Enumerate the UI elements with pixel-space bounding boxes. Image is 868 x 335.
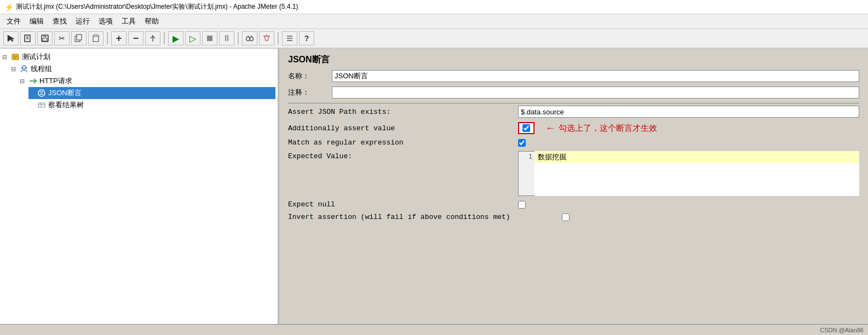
- toolbar-paste-button[interactable]: [88, 31, 104, 45]
- assert-path-input[interactable]: [518, 106, 859, 118]
- name-input[interactable]: [332, 70, 859, 82]
- menu-bar: 文件 编辑 查找 运行 选项 工具 帮助: [0, 14, 868, 29]
- expected-value-text: 数据挖掘: [538, 152, 566, 162]
- svg-rect-6: [43, 35, 47, 37]
- svg-marker-18: [265, 36, 269, 41]
- svg-rect-11: [94, 34, 97, 37]
- toolbar-run-nopause-button[interactable]: ▷: [185, 31, 200, 45]
- menu-options[interactable]: 选项: [94, 15, 117, 27]
- assert-path-row: Assert JSON Path exists:: [288, 106, 859, 118]
- assert-path-label: Assert JSON Path exists:: [288, 108, 518, 116]
- expected-value-inner: 1 数据挖掘: [518, 151, 859, 196]
- match-regex-checkbox[interactable]: [518, 139, 526, 147]
- menu-edit[interactable]: 编辑: [25, 15, 48, 27]
- svg-point-29: [21, 67, 23, 69]
- comment-label: 注释：: [288, 88, 332, 97]
- left-panel: ⊟ 测试计划 ⊟ 线程组 ⊟ HTTP请求 JSON断言 察看结果树: [0, 49, 279, 334]
- expected-row-1: 数据挖掘: [534, 151, 859, 163]
- additionally-row: Additionally assert value ← 勾选上了，这个断言才生效: [288, 122, 859, 134]
- toolbar-binoculars-button[interactable]: [242, 31, 257, 45]
- additionally-checkbox-wrapper: [518, 122, 534, 134]
- match-regex-label: Match as regular expression: [288, 138, 518, 147]
- tree-item-plan[interactable]: ⊟ 测试计划: [2, 51, 275, 63]
- name-label: 名称：: [288, 71, 332, 81]
- toolbar-sep-3: [238, 32, 239, 44]
- expect-null-label: Expect null: [288, 200, 518, 209]
- toolbar-copy-button[interactable]: [71, 31, 87, 45]
- annotation-text: 勾选上了，这个断言才生效: [559, 123, 657, 134]
- expected-textarea-outer: 数据挖掘: [534, 151, 859, 196]
- invert-checkbox[interactable]: [562, 213, 570, 221]
- result-icon: [37, 101, 46, 109]
- tree-item-resulttree[interactable]: 察看结果树: [28, 99, 275, 111]
- toolbar-shutdown-button[interactable]: ⏸: [219, 31, 234, 45]
- invert-checkbox-wrapper: [562, 213, 570, 221]
- expected-line-numbers: 1: [518, 151, 534, 196]
- svg-rect-9: [77, 34, 82, 40]
- tree-item-threadgroup[interactable]: ⊟ 线程组: [11, 63, 275, 75]
- toolbar-save-button[interactable]: [37, 31, 53, 45]
- toolbar-cut-button[interactable]: ✂: [54, 31, 70, 45]
- invert-label: Invert assertion (will fail if above con…: [288, 213, 562, 221]
- toolbar-new-button[interactable]: [20, 31, 36, 45]
- svg-point-30: [26, 67, 27, 69]
- match-regex-row: Match as regular expression: [288, 138, 859, 147]
- tree-item-json-label: JSON断言: [48, 88, 82, 98]
- menu-help[interactable]: 帮助: [140, 15, 163, 27]
- toolbar-select-button[interactable]: [3, 31, 19, 45]
- expected-value-container: 1 数据挖掘: [518, 151, 859, 196]
- tree-item-plan-label: 测试计划: [22, 52, 50, 62]
- additionally-label: Additionally assert value: [288, 124, 518, 132]
- tree-item-http[interactable]: ⊟ HTTP请求: [20, 75, 275, 87]
- toolbar-remove-button[interactable]: −: [128, 31, 143, 45]
- toolbar-sep-4: [278, 32, 279, 44]
- http-icon: [28, 77, 37, 85]
- toolbar-sep-2: [164, 32, 165, 44]
- divider-1: [288, 103, 859, 103]
- menu-run[interactable]: 运行: [71, 15, 94, 27]
- title-icon: ⚡: [4, 3, 14, 11]
- toolbar-run-button[interactable]: ▶: [168, 31, 183, 45]
- toolbar-help-button[interactable]: ?: [299, 31, 314, 45]
- json-icon: [37, 89, 46, 97]
- expected-value-area: Expected Value: 1 数据挖掘: [288, 151, 859, 196]
- tree-item-http-label: HTTP请求: [39, 76, 72, 86]
- svg-marker-0: [8, 35, 14, 42]
- menu-tools[interactable]: 工具: [117, 15, 140, 27]
- toolbar-add-button[interactable]: +: [111, 31, 127, 45]
- title-text: 测试计划.jmx (C:\Users\Administrator\Desktop…: [16, 2, 298, 11]
- expected-label: Expected Value:: [288, 151, 518, 160]
- expand-icon-http: ⊟: [20, 78, 26, 85]
- toolbar-stop-button[interactable]: ⏹: [202, 31, 217, 45]
- threadgroup-icon: [20, 65, 28, 73]
- expect-null-row: Expect null: [288, 200, 859, 209]
- invert-row: Invert assertion (will fail if above con…: [288, 213, 859, 221]
- form-area: 名称： 注释： Assert JSON Path exists: Additio…: [279, 70, 868, 234]
- expected-row-rest: [534, 163, 859, 196]
- tree-item-jsonassertion[interactable]: JSON断言: [28, 87, 275, 99]
- right-panel: JSON断言 名称： 注释： Assert JSON Path exists: …: [279, 49, 868, 334]
- expect-null-checkbox-wrapper: [518, 201, 526, 209]
- main-layout: ⊟ 测试计划 ⊟ 线程组 ⊟ HTTP请求 JSON断言 察看结果树: [0, 49, 868, 334]
- plan-icon: [11, 53, 20, 61]
- comment-input[interactable]: [332, 86, 859, 99]
- toolbar-sep-1: [107, 32, 108, 44]
- tree-item-result-label: 察看结果树: [48, 100, 84, 110]
- toolbar: ✂ + − ▶ ▷ ⏹ ⏸ ?: [0, 29, 868, 49]
- toolbar-clear-button[interactable]: [259, 31, 274, 45]
- svg-rect-7: [43, 38, 47, 41]
- name-row: 名称：: [288, 70, 859, 82]
- expect-null-checkbox[interactable]: [518, 201, 526, 209]
- menu-file[interactable]: 文件: [2, 15, 25, 27]
- additionally-checkbox[interactable]: [522, 124, 530, 132]
- tree-item-threadgroup-label: 线程组: [31, 64, 52, 74]
- svg-rect-1: [25, 35, 30, 42]
- toolbar-list-button[interactable]: [282, 31, 297, 45]
- toolbar-expand-button[interactable]: [145, 31, 160, 45]
- expand-icon-plan: ⊟: [2, 54, 9, 61]
- menu-find[interactable]: 查找: [48, 15, 71, 27]
- annotation-arrow: ←: [545, 123, 555, 134]
- status-text: CSDN @Alan86: [820, 327, 864, 333]
- comment-row: 注释：: [288, 86, 859, 99]
- svg-point-28: [22, 66, 26, 69]
